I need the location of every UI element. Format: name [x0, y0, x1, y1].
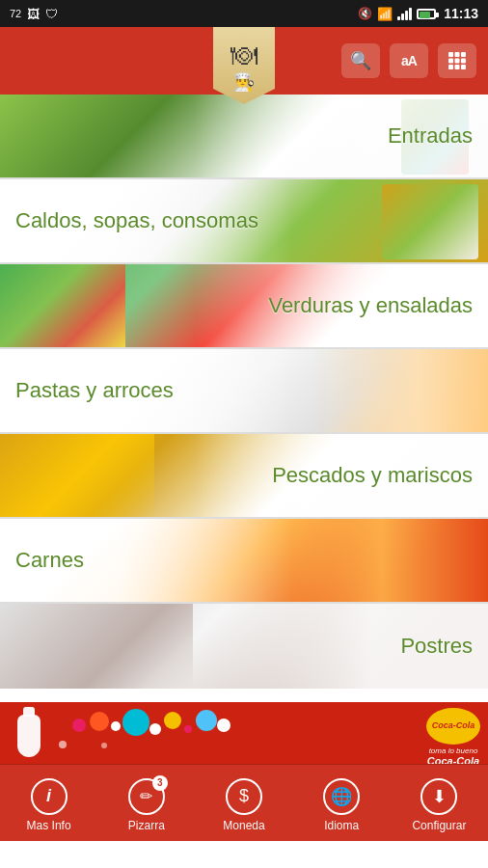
verduras-label: Verduras y ensaladas: [253, 293, 488, 318]
menu-item-verduras[interactable]: Verduras y ensaladas: [0, 264, 488, 349]
bottom-nav: i Mas Info ✏ 3 Pizarra $ Moneda 🌐 Idioma…: [0, 764, 488, 841]
status-bar: 72 🖼 🛡 🔇 📶 11:13: [0, 0, 488, 27]
text-size-button[interactable]: aA: [390, 43, 428, 78]
search-button[interactable]: 🔍: [341, 43, 380, 78]
grid-icon: [447, 51, 467, 70]
svg-rect-8: [461, 65, 466, 69]
pescados-label: Pescados y mariscos: [257, 463, 488, 488]
menu-item-carnes[interactable]: Carnes: [0, 519, 488, 604]
svg-rect-2: [461, 52, 466, 57]
wifi-icon: 📶: [377, 7, 393, 21]
nav-item-moneda[interactable]: $ Moneda: [195, 778, 292, 832]
nav-label-configurar: Configurar: [412, 819, 466, 832]
pizarra-badge: 3: [152, 775, 168, 791]
ad-logo-text: Coca-Cola: [427, 755, 479, 764]
nav-label-moneda: Moneda: [223, 819, 264, 832]
nav-label-pizarra: Pizarra: [128, 819, 165, 832]
info-icon: i: [46, 786, 51, 806]
nav-item-configurar[interactable]: ⬇ Configurar: [391, 778, 488, 832]
configurar-icon: ⬇: [432, 786, 447, 807]
caldos-label: Caldos, sopas, consomas: [0, 208, 274, 233]
menu-item-caldos[interactable]: Caldos, sopas, consomas: [0, 179, 488, 264]
menu-item-pescados[interactable]: Pescados y mariscos: [0, 434, 488, 519]
header-action-icons: 🔍 aA: [341, 43, 476, 78]
nav-item-mas-info[interactable]: i Mas Info: [0, 778, 97, 832]
coca-cola-bottle: [10, 707, 48, 759]
pastas-label: Pastas y arroces: [0, 378, 189, 403]
menu-item-pastas[interactable]: Pastas y arroces: [0, 349, 488, 434]
svg-rect-3: [448, 59, 453, 64]
status-left-icons: 72 🖼 🛡: [10, 7, 58, 21]
ad-tagline: toma lo bueno: [427, 746, 479, 755]
svg-rect-7: [455, 65, 460, 69]
image-icon: 🖼: [27, 7, 40, 21]
nav-icon-moneda: $: [226, 778, 262, 815]
ad-decoration: [53, 704, 265, 762]
battery-icon: [417, 9, 436, 19]
postres-label: Postres: [385, 634, 488, 659]
moneda-icon: $: [239, 786, 249, 806]
entradas-label: Entradas: [372, 123, 488, 149]
carnes-label: Carnes: [0, 548, 99, 573]
nav-icon-configurar: ⬇: [420, 778, 457, 815]
menu-container: Entradas Caldos, sopas, consomas Verdura…: [0, 95, 488, 702]
svg-rect-0: [448, 52, 453, 57]
ad-banner[interactable]: Coca-Cola toma lo bueno Coca-Cola: [0, 702, 488, 764]
search-icon: 🔍: [350, 50, 371, 71]
svg-rect-4: [455, 59, 460, 64]
nav-label-idioma: Idioma: [324, 819, 359, 832]
menu-item-postres[interactable]: Postres: [0, 604, 488, 689]
grid-menu-button[interactable]: [438, 43, 476, 78]
pizarra-icon: ✏: [140, 787, 152, 805]
app-logo: 🍽 👨‍🍳: [213, 27, 275, 104]
nav-icon-mas-info: i: [31, 778, 68, 815]
svg-rect-5: [461, 59, 466, 64]
nav-item-idioma[interactable]: 🌐 Idioma: [293, 778, 391, 832]
nav-item-pizarra[interactable]: ✏ 3 Pizarra: [97, 778, 195, 832]
nav-label-mas-info: Mas Info: [27, 819, 71, 832]
idioma-icon: 🌐: [331, 786, 352, 807]
chef-hat-icon: 🍽: [230, 40, 258, 71]
coca-cola-logo-right: Coca-Cola toma lo bueno Coca-Cola: [426, 708, 480, 764]
svg-rect-1: [455, 52, 460, 57]
time-display: 11:13: [444, 6, 478, 21]
nav-icon-idioma: 🌐: [323, 778, 360, 815]
top-header: 🍽 👨‍🍳 🔍 aA: [0, 27, 488, 95]
signal-icon: [397, 7, 412, 20]
text-size-icon: aA: [401, 53, 417, 68]
nav-icon-pizarra: ✏ 3: [128, 778, 165, 815]
svg-rect-6: [448, 65, 453, 69]
status-right: 🔇 📶 11:13: [358, 6, 478, 21]
battery-num-icon: 72: [10, 8, 21, 19]
shield-icon: 🛡: [45, 7, 58, 21]
menu-item-entradas[interactable]: Entradas: [0, 95, 488, 179]
logo-face-icon: 👨‍🍳: [233, 71, 255, 93]
mute-icon: 🔇: [358, 7, 372, 20]
